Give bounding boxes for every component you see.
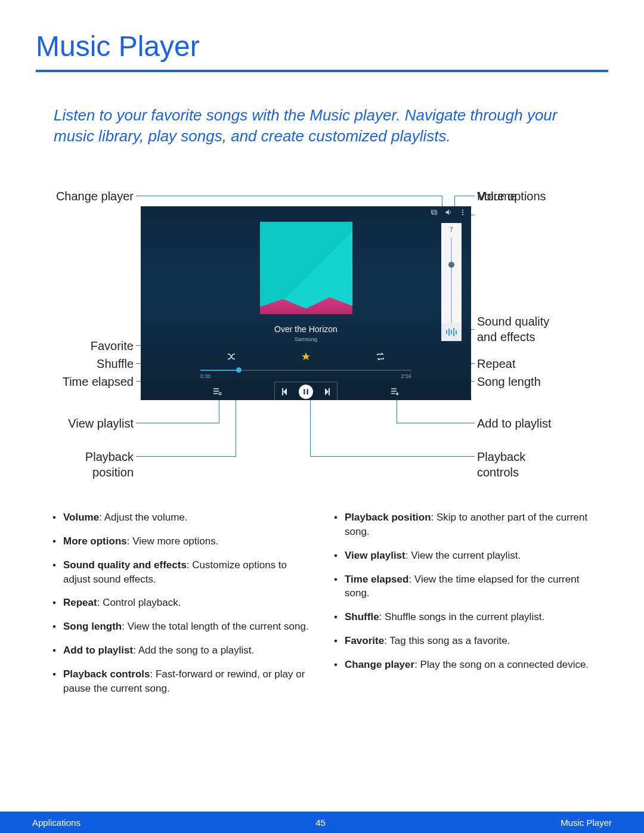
description-item: View playlist: View the current playlist…: [334, 549, 592, 563]
label-add-to-playlist: Add to playlist: [477, 416, 552, 431]
svg-point-4: [462, 212, 463, 213]
label-time-elapsed: Time elapsed: [36, 374, 134, 389]
next-icon[interactable]: [320, 387, 330, 397]
svg-point-5: [462, 214, 463, 215]
song-title: Over the Horizon: [141, 324, 471, 334]
description-item: Playback controls: Fast-forward or rewin…: [52, 667, 310, 696]
description-item: Sound quality and effects: Customize opt…: [52, 558, 310, 587]
music-player-screenshot: 7 Over the Horizon Samsung: [141, 206, 471, 400]
label-change-player: Change player: [36, 188, 134, 204]
shuffle-icon[interactable]: [227, 352, 236, 361]
page-footer: Applications 45 Music Player: [0, 812, 644, 833]
footer-left: Applications: [32, 817, 80, 828]
description-item: Song length: View the total length of th…: [52, 620, 310, 634]
more-options-icon[interactable]: [459, 209, 466, 216]
page-title: Music Player: [36, 30, 608, 72]
description-item: Time elapsed: View the time elapsed for …: [334, 572, 592, 601]
description-column-right: Playback position: Skip to another part …: [334, 510, 592, 705]
time-elapsed-value: 0:30: [200, 373, 211, 379]
favorite-icon[interactable]: [301, 352, 311, 361]
description-columns: Volume: Adjust the volume.More options: …: [52, 510, 592, 705]
annotated-diagram: Change player Favorite Shuffle Time elap…: [36, 188, 608, 493]
song-artist: Samsung: [141, 336, 471, 342]
playback-controls: [274, 382, 338, 400]
svg-point-3: [462, 209, 463, 210]
label-more-options: More options: [477, 188, 546, 204]
description-item: Shuffle: Shuffle songs in the current pl…: [334, 610, 592, 624]
repeat-icon[interactable]: [376, 352, 385, 361]
description-item: Favorite: Tag this song as a favorite.: [334, 634, 592, 648]
view-playlist-icon[interactable]: [212, 387, 222, 397]
svg-rect-13: [329, 388, 330, 395]
label-shuffle: Shuffle: [36, 356, 134, 371]
svg-point-7: [219, 392, 221, 395]
label-playback-position: Playback position: [36, 449, 134, 480]
svg-marker-12: [325, 388, 329, 395]
label-song-length: Song length: [477, 374, 541, 389]
play-pause-button[interactable]: [299, 385, 313, 399]
description-item: Add to playlist: Add the song to a playl…: [52, 643, 310, 658]
label-sound-quality: Sound quality and effects: [477, 314, 549, 345]
footer-page-number: 45: [315, 817, 326, 828]
svg-marker-6: [302, 352, 310, 360]
description-item: Playback position: Skip to another part …: [334, 510, 592, 539]
album-art: [260, 222, 352, 314]
previous-icon[interactable]: [282, 387, 292, 397]
change-player-icon[interactable]: [431, 209, 438, 216]
description-column-left: Volume: Adjust the volume.More options: …: [52, 510, 310, 705]
playback-progress[interactable]: [200, 370, 411, 371]
description-item: Change player: Play the song on a connec…: [334, 658, 592, 672]
svg-rect-11: [307, 389, 308, 395]
intro-text: Listen to your favorite songs with the M…: [54, 105, 590, 147]
description-item: Volume: Adjust the volume.: [52, 510, 310, 525]
description-item: More options: View more options.: [52, 534, 310, 549]
svg-rect-9: [282, 388, 283, 395]
label-view-playlist: View playlist: [36, 416, 134, 431]
footer-right: Music Player: [561, 817, 612, 828]
label-playback-controls: Playback controls: [477, 449, 525, 480]
volume-icon[interactable]: [445, 209, 452, 216]
svg-rect-10: [304, 389, 305, 395]
song-length-value: 2:56: [401, 373, 411, 379]
volume-slider[interactable]: 7: [441, 223, 462, 341]
volume-value: 7: [450, 227, 453, 233]
add-to-playlist-icon[interactable]: [390, 387, 400, 397]
description-item: Repeat: Control playback.: [52, 596, 310, 610]
svg-marker-2: [446, 210, 449, 215]
svg-marker-8: [283, 388, 287, 395]
label-repeat: Repeat: [477, 356, 516, 371]
label-favorite: Favorite: [36, 338, 134, 354]
